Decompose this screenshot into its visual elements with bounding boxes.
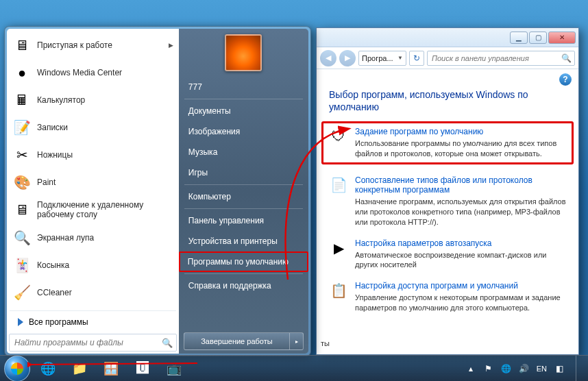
search-input[interactable]	[430, 53, 561, 63]
app-icon: 🖥	[12, 200, 32, 219]
program-access-icon: 📋	[329, 281, 348, 300]
start-app-item[interactable]: 🖥Подключение к удаленному рабочему столу	[8, 196, 177, 224]
start-system-link[interactable]: Панель управления	[179, 210, 308, 231]
window-titlebar[interactable]: ▁ ▢ ✕	[317, 28, 578, 47]
refresh-button[interactable]: ↻	[409, 51, 424, 66]
tray-network-icon[interactable]: 🌐	[501, 364, 512, 373]
start-system-link[interactable]: Изображения	[179, 121, 308, 142]
app-label: CCleaner	[37, 288, 72, 297]
file-assoc-icon: 📄	[329, 175, 348, 195]
cp-option-assoc[interactable]: 📄 Сопоставление типов файлов или протоко…	[329, 175, 566, 228]
start-app-item[interactable]: ●Windows Media Center	[8, 59, 177, 86]
app-label: Ножницы	[37, 150, 73, 160]
address-text: Програ...	[362, 54, 393, 62]
cp-option-set-defaults[interactable]: 🛡 Задание программ по умолчанию Использо…	[321, 121, 574, 164]
tray-extra-icon[interactable]: ◧	[554, 364, 565, 373]
cp-option-link[interactable]: Настройка доступа программ и умолчаний	[355, 281, 518, 291]
system-links-list: 777ДокументыИзображенияМузыкаИгрыКомпьют…	[179, 74, 308, 329]
start-app-item[interactable]: 🎨Paint	[8, 169, 177, 196]
cp-option-link[interactable]: Настройка параметров автозапуска	[355, 238, 491, 248]
start-system-link[interactable]: Программы по умолчанию	[179, 251, 308, 272]
user-avatar[interactable]	[225, 34, 262, 71]
cp-option-desc: Назначение программ, используемых для от…	[355, 197, 566, 228]
tray-volume-icon[interactable]: 🔊	[519, 364, 530, 373]
start-app-item[interactable]: ✂Ножницы	[8, 141, 177, 169]
control-panel-content: ? Выбор программ, используемых Windows п…	[317, 69, 578, 354]
app-label: Экранная лупа	[37, 233, 94, 243]
start-system-link[interactable]: 777	[179, 77, 308, 97]
start-menu-left-pane: 🖥Приступая к работе▶●Windows Media Cente…	[7, 29, 179, 354]
cp-option-desc: Автоматическое воспроизведение компакт-д…	[355, 250, 566, 271]
app-label: Записки	[37, 123, 68, 132]
help-icon[interactable]: ?	[559, 73, 572, 86]
search-box[interactable]: 🔍	[427, 51, 575, 66]
taskbar-app-button[interactable]: 📁	[66, 359, 93, 378]
start-menu-right-pane: 777ДокументыИзображенияМузыкаИгрыКомпьют…	[179, 29, 308, 354]
tray-chevron-icon[interactable]: ▴	[465, 364, 476, 373]
cp-option-link[interactable]: Задание программ по умолчанию	[355, 127, 483, 136]
system-tray: ▴ ⚑ 🌐 🔊 EN ◧	[465, 356, 584, 381]
start-system-link[interactable]: Устройства и принтеры	[179, 231, 308, 251]
start-system-link[interactable]: Документы	[179, 101, 308, 121]
address-dropdown-icon[interactable]: ▼	[397, 55, 403, 61]
page-heading: Выбор программ, используемых Windows по …	[329, 88, 566, 113]
all-programs-button[interactable]: Все программы	[7, 312, 179, 332]
close-button[interactable]: ✕	[548, 32, 576, 44]
cp-option-access[interactable]: 📋 Настройка доступа программ и умолчаний…	[329, 281, 566, 313]
start-app-item[interactable]: 📝Записки	[8, 114, 177, 141]
submenu-arrow-icon: ▶	[169, 42, 173, 49]
start-system-link[interactable]: Игры	[179, 162, 308, 183]
start-app-item[interactable]: 🖩Калькулятор	[8, 86, 177, 114]
cp-option-autoplay[interactable]: ▶ Настройка параметров автозапуска Автом…	[329, 238, 566, 271]
app-icon: ✂	[12, 145, 32, 164]
language-indicator[interactable]: EN	[537, 365, 547, 373]
desktop: ▁ ▢ ✕ ◀ ▶ Програ... ▼ ↻ 🔍 ? Выбор програ…	[0, 0, 588, 381]
minimize-button[interactable]: ▁	[510, 32, 528, 44]
taskbar-app-button[interactable]: 🅾	[129, 359, 156, 378]
start-search-box[interactable]: 🔍	[9, 334, 177, 352]
cp-option-desc: Использование программы по умолчанию для…	[355, 138, 566, 159]
start-system-link[interactable]: Музыка	[179, 142, 308, 162]
pinned-programs-list: 🖥Приступая к работе▶●Windows Media Cente…	[7, 29, 179, 309]
app-label: Подключение к удаленному рабочему столу	[37, 200, 173, 220]
search-icon: 🔍	[162, 338, 173, 348]
address-bar[interactable]: Програ... ▼	[358, 51, 406, 66]
start-orb-button[interactable]	[4, 356, 30, 382]
app-label: Косынка	[37, 260, 69, 270]
app-icon: 🎨	[12, 173, 32, 192]
autoplay-icon: ▶	[329, 238, 348, 258]
all-programs-label: Все программы	[29, 317, 88, 327]
start-app-item[interactable]: 🔍Экранная лупа	[8, 224, 177, 251]
start-system-link[interactable]: Справка и поддержка	[179, 275, 308, 296]
nav-back-button[interactable]: ◀	[320, 50, 336, 66]
app-label: Калькулятор	[37, 95, 85, 105]
start-search-input[interactable]	[13, 337, 162, 348]
tray-flag-icon[interactable]: ⚑	[483, 364, 494, 373]
start-app-item[interactable]: 🖥Приступая к работе▶	[8, 32, 177, 59]
show-desktop-button[interactable]	[576, 356, 584, 382]
taskbar: 🌐📁🪟🅾📺 ▴ ⚑ 🌐 🔊 EN ◧	[0, 355, 588, 381]
start-app-item[interactable]: 🧹CCleaner	[8, 279, 177, 306]
taskbar-app-button[interactable]: 📺	[160, 359, 188, 378]
app-icon: 🧹	[12, 283, 32, 302]
app-icon: 🖩	[12, 90, 32, 110]
start-system-link[interactable]: Компьютер	[179, 186, 308, 207]
start-menu: 🖥Приступая к работе▶●Windows Media Cente…	[4, 26, 311, 356]
cp-option-link[interactable]: Сопоставление типов файлов или протоколо…	[355, 175, 532, 195]
control-panel-window: ▁ ▢ ✕ ◀ ▶ Програ... ▼ ↻ 🔍 ? Выбор програ…	[316, 27, 579, 355]
app-icon: ●	[12, 63, 32, 82]
nav-forward-button[interactable]: ▶	[339, 50, 356, 66]
search-icon: 🔍	[561, 53, 572, 63]
taskbar-pinned-apps: 🌐📁🪟🅾📺	[30, 359, 188, 378]
start-app-item[interactable]: 🃏Косынка	[8, 251, 177, 279]
app-icon: 📝	[12, 118, 32, 137]
shutdown-button[interactable]: Завершение работы	[184, 332, 290, 350]
maximize-button[interactable]: ▢	[529, 32, 547, 44]
app-icon: 🔍	[12, 228, 32, 247]
taskbar-app-button[interactable]: 🪟	[97, 359, 125, 378]
defaults-program-icon: 🛡	[329, 127, 348, 146]
partial-covered-text: ты	[321, 339, 330, 347]
shutdown-area: Завершение работы ▸	[184, 332, 304, 350]
taskbar-app-button[interactable]: 🌐	[34, 359, 62, 378]
shutdown-options-button[interactable]: ▸	[290, 332, 304, 350]
